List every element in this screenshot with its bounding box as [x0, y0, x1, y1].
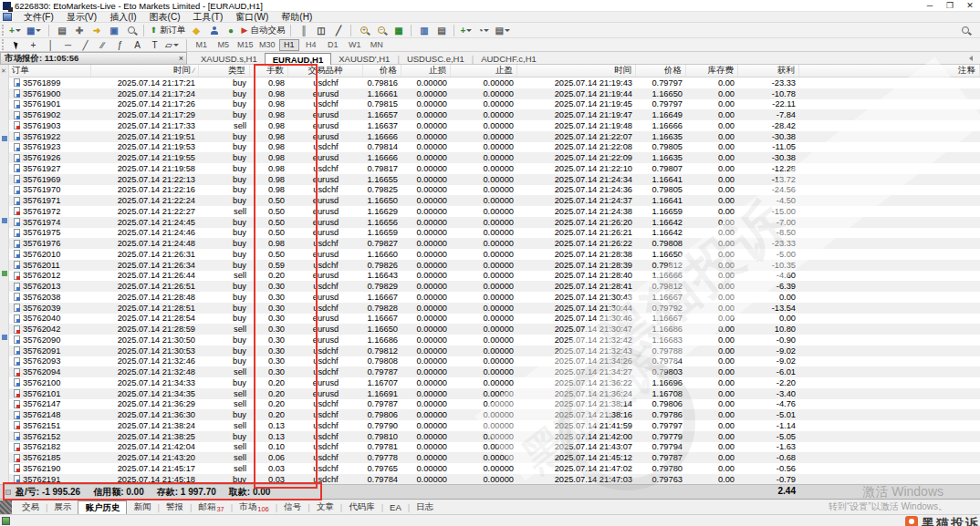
menu-item-6[interactable]: 帮助(H) — [275, 11, 318, 24]
new-order-button[interactable]: ⬆新订单 — [149, 24, 186, 37]
menu-item-5[interactable]: 窗口(W) — [229, 11, 275, 24]
history-row[interactable]: 357619262025.07.14 21:19:55buy0.98eurusd… — [9, 152, 980, 163]
chart-tab-xauusdh1[interactable]: XAUUSD',H1 — [331, 53, 397, 65]
trendline-icon[interactable]: ╱ — [78, 38, 93, 52]
terminal-tab-6[interactable]: 市场106 — [233, 500, 276, 514]
column-header-6[interactable]: 止损 — [401, 65, 451, 77]
crosshair-tool-icon[interactable]: ✚ — [71, 24, 87, 37]
history-row[interactable]: 357619272025.07.14 21:19:58buy0.98usdchf… — [9, 163, 980, 174]
history-row[interactable]: 357620132025.07.14 21:26:51buy0.30usdchf… — [9, 281, 980, 292]
auto-scroll-icon[interactable]: ➜ — [89, 24, 104, 37]
history-row[interactable]: 357618992025.07.14 21:17:21buy0.98usdchf… — [9, 77, 980, 88]
templates-icon[interactable]: ▤ — [494, 24, 512, 37]
terminal-tab-5[interactable]: 邮箱37 — [192, 500, 230, 514]
history-row[interactable]: 357621912025.07.14 21:45:18buy0.03usdchf… — [9, 474, 980, 485]
history-row[interactable]: 357621512025.07.14 21:38:24sell0.13usdch… — [9, 420, 980, 431]
history-row[interactable]: 357620122025.07.14 21:26:44sell0.20eurus… — [9, 271, 980, 282]
mql5-community-icon[interactable] — [206, 24, 222, 37]
history-row[interactable]: 357619762025.07.14 21:24:48buy0.98usdchf… — [9, 238, 980, 249]
market-watch-caption[interactable]: 市场报价: 11:05:56 × — [0, 52, 187, 65]
history-row[interactable]: 357620932025.07.14 21:32:46buy0.30usdchf… — [9, 356, 980, 367]
menu-item-2[interactable]: 插入(I) — [103, 11, 142, 24]
timeframe-m30-button[interactable]: M30 — [257, 39, 277, 51]
history-row[interactable]: 357620942025.07.14 21:32:48sell0.30usdch… — [9, 366, 980, 377]
history-row[interactable]: 357621522025.07.14 21:38:25buy0.13usdchf… — [9, 431, 980, 442]
vertical-line-icon[interactable]: │ — [43, 38, 58, 52]
history-row[interactable]: 357619752025.07.14 21:24:46buy0.50eurusd… — [9, 228, 980, 239]
history-row[interactable]: 357619722025.07.14 21:22:27sell0.50eurus… — [9, 206, 980, 217]
fibonacci-icon[interactable]: ƒ — [112, 38, 128, 52]
text-icon[interactable]: A — [130, 38, 145, 52]
history-row[interactable]: 357620102025.07.14 21:26:31buy0.50eurusd… — [9, 249, 980, 260]
history-row[interactable]: 357619742025.07.14 21:24:45buy0.50eurusd… — [9, 217, 980, 228]
bar-chart-icon[interactable]: ║ — [296, 24, 311, 37]
menu-item-3[interactable]: 图表(C) — [143, 11, 187, 24]
column-header-2[interactable]: 类型 — [199, 65, 250, 77]
search-icon[interactable] — [957, 24, 973, 37]
close-button[interactable]: ✕ — [960, 0, 980, 11]
chart-shift-icon[interactable]: ▤ — [54, 24, 69, 37]
web-news-icon[interactable]: ● — [224, 24, 239, 37]
terminal-tab-3[interactable]: 新闻 — [127, 500, 157, 514]
terminal-tab-1[interactable]: 展示 — [47, 500, 78, 514]
terminal-tab-0[interactable]: 交易 — [16, 500, 46, 514]
crosshair-icon[interactable]: + — [26, 38, 41, 52]
tile-windows-icon[interactable]: ▦ — [391, 24, 406, 37]
history-row[interactable]: 357620902025.07.14 21:30:50buy0.30eurusd… — [9, 335, 980, 346]
chart-window-icon[interactable]: ▣ — [106, 24, 121, 37]
timeframe-d1-button[interactable]: D1 — [323, 39, 343, 51]
chart-tab-xauusdsh1[interactable]: XAUUSD.s,H1 — [193, 53, 265, 65]
timeframe-m15-button[interactable]: M15 — [235, 39, 255, 51]
menu-item-1[interactable]: 显示(V) — [60, 11, 103, 24]
column-header-12[interactable]: 注释 — [799, 65, 980, 77]
chart-tab-usdusceh1[interactable]: USDUSC.e,H1 — [400, 53, 472, 65]
history-row[interactable]: 357621472025.07.14 21:36:29sell0.20usdch… — [9, 399, 980, 410]
history-row[interactable]: 357619692025.07.14 21:22:13buy0.98eurusd… — [9, 174, 980, 185]
column-header-9[interactable]: 价格 — [636, 65, 686, 77]
restore-button[interactable]: ❐ — [940, 0, 960, 11]
terminal-tab-11[interactable]: 日志 — [410, 500, 440, 514]
text-label-icon[interactable]: T — [147, 38, 162, 52]
history-row[interactable]: 357619002025.07.14 21:17:24buy0.98eurusd… — [9, 88, 980, 99]
history-row[interactable]: 357619222025.07.14 21:19:51buy0.98eurusd… — [9, 131, 980, 142]
chart-tab-euraudh1[interactable]: EURAUD,H1 — [265, 53, 331, 65]
history-row[interactable]: 357619032025.07.14 21:17:33sell0.98eurus… — [9, 120, 980, 131]
auto-trading-button[interactable]: ▶自动交易 — [241, 24, 287, 37]
horizontal-line-icon[interactable]: ─ — [60, 38, 76, 52]
new-chart-icon[interactable]: + — [8, 24, 24, 37]
cursor-icon[interactable] — [8, 38, 24, 52]
terminal-tab-9[interactable]: 代码库 — [342, 500, 381, 514]
history-row[interactable]: 357621822025.07.14 21:42:04sell0.10usdch… — [9, 442, 980, 453]
history-row[interactable]: 357621482025.07.14 21:36:30buy0.20usdchf… — [9, 409, 980, 420]
history-row[interactable]: 357620392025.07.14 21:28:51buy0.30usdchf… — [9, 303, 980, 314]
profiles-icon[interactable]: ▦ — [26, 24, 44, 37]
timeframe-m1-button[interactable]: M1 — [192, 39, 212, 51]
history-row[interactable]: 357620422025.07.14 21:28:59sell0.30eurus… — [9, 324, 980, 335]
column-header-7[interactable]: 止盈 — [451, 65, 517, 77]
timeframe-h1-button[interactable]: H1 — [279, 39, 299, 51]
terminal-tab-4[interactable]: 警报 — [160, 500, 190, 514]
find-symbol-icon[interactable] — [123, 24, 139, 37]
close-icon[interactable]: × — [179, 54, 183, 63]
data-window-icon[interactable]: ▤ — [433, 24, 449, 37]
panel-close-icon[interactable]: ✕ — [1, 67, 6, 75]
history-row[interactable]: 357620382025.07.14 21:28:48buy0.30eurusd… — [9, 292, 980, 303]
zoom-in-icon[interactable]: + — [356, 24, 371, 37]
line-chart-icon[interactable]: ╱ — [330, 24, 346, 37]
timeframe-mn-button[interactable]: MN — [367, 39, 387, 51]
column-header-4[interactable]: 交易品种 — [288, 65, 363, 77]
history-row[interactable]: 357621002025.07.14 21:34:33buy0.20eurusd… — [9, 377, 980, 388]
column-header-10[interactable]: 库存费 — [686, 65, 738, 77]
menu-item-4[interactable]: 工具(T) — [186, 11, 229, 24]
zoom-out-icon[interactable]: − — [373, 24, 389, 37]
column-header-0[interactable]: 订单 — [9, 65, 91, 77]
candlestick-chart-icon[interactable]: ◫ — [313, 24, 328, 37]
column-header-11[interactable]: 获利 — [738, 65, 799, 77]
history-row[interactable]: 357621902025.07.14 21:45:17sell0.03usdch… — [9, 463, 980, 474]
deposit-icon[interactable]: ◆ — [189, 24, 204, 37]
terminal-tab-2[interactable]: 账户历史 — [78, 500, 127, 514]
indicator-list-icon[interactable]: ▥ — [416, 24, 432, 37]
history-row[interactable]: 357620912025.07.14 21:30:53buy0.30usdchf… — [9, 346, 980, 356]
history-row[interactable]: 357621012025.07.14 21:34:35sell0.20eurus… — [9, 388, 980, 399]
timeframe-w1-button[interactable]: W1 — [345, 39, 365, 51]
